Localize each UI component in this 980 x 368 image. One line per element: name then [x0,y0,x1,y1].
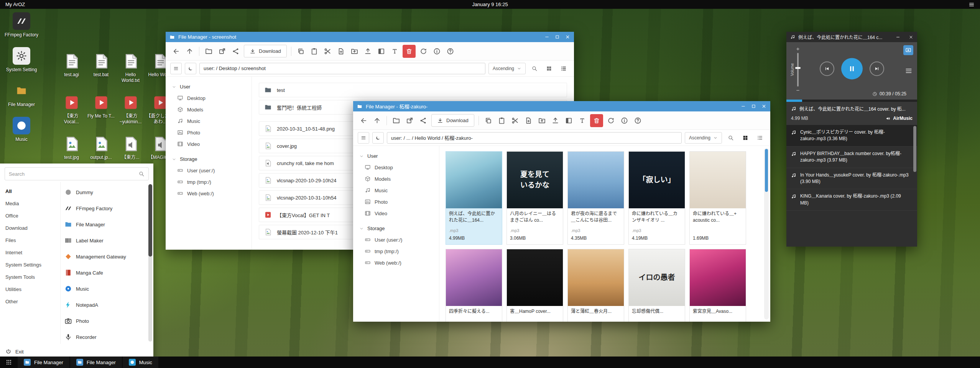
sort-dropdown[interactable]: Ascending [685,132,722,144]
aroz-brand[interactable]: My ArOZ [5,2,25,7]
refresh-button[interactable] [604,114,618,127]
desktop-shortcut[interactable]: System Setting [3,47,40,73]
app-item[interactable]: Manga Cafe [64,265,145,281]
output-device[interactable]: AirMusic [886,116,913,121]
address-bar[interactable]: user: / ... / Hello World / 柘榴-zakuro- [387,132,682,144]
scrollbar-thumb[interactable] [765,149,768,192]
sidebar-item[interactable]: Models [166,104,252,115]
sidebar-item[interactable]: Video [166,138,252,150]
volume-track[interactable] [797,53,799,87]
properties-button[interactable] [562,114,576,127]
upload-button[interactable] [361,45,375,58]
category-item[interactable]: Internet [0,246,60,258]
up-button[interactable] [183,45,196,58]
search-button[interactable] [529,63,540,74]
copy-button[interactable] [482,114,495,127]
file-tile[interactable]: 「寂しい」 命に嫌われている＿カンザキイオリ ... .mp3 4.19MB [628,151,685,245]
address-bar[interactable]: user: / Desktop / screenshot [199,63,485,74]
list-view-button[interactable] [558,63,569,74]
sidebar-item[interactable]: Photo [353,196,439,208]
sidebar-item[interactable]: User (user:/) [353,234,439,245]
cut-button[interactable] [508,114,522,127]
file-tile[interactable]: 害＿HamoP cover... [506,249,563,322]
playlist-item[interactable]: Cynic＿ポリスピカデリー cover. by 柘榴-zakuro-.mp3 … [786,125,917,147]
app-item[interactable]: Music [64,281,145,297]
up-button[interactable] [370,114,384,127]
sidebar-section-user[interactable]: User [166,81,252,92]
minimize-button[interactable] [544,34,549,39]
sidebar-item[interactable]: Music [353,185,439,196]
playlist-item[interactable]: In Your Hands＿yusukeP cover. by 柘榴-zakur… [786,168,917,190]
category-item[interactable]: Other [0,295,60,307]
cut-button[interactable] [321,45,334,58]
close-button[interactable] [761,104,766,109]
window-titlebar[interactable]: File Manager - screenshot [166,32,574,42]
minimize-button[interactable] [896,35,900,39]
playlist-item[interactable]: HAPPY BIRTHDAY＿back number cover. by柘榴-z… [786,147,917,168]
back-button[interactable] [169,45,183,58]
scrollbar-thumb[interactable] [913,126,916,172]
desktop-file[interactable]: test.bat [87,53,115,83]
taskbar-item[interactable]: Music [123,357,158,368]
airplay-button[interactable] [903,45,913,55]
category-item[interactable]: System Tools [0,271,60,283]
category-item[interactable]: Files [0,234,60,246]
grid-view-button[interactable] [543,63,555,74]
pause-button[interactable] [841,58,863,79]
sidebar-item[interactable]: Music [166,115,252,127]
file-tile[interactable]: 夏を見て いるかな 八月のレイニー＿はるまきごはん co... .mp3 3.0… [506,151,563,245]
volume-down-icon[interactable] [796,88,800,93]
sidebar-item[interactable]: Photo [166,127,252,138]
download-button[interactable]: Download [244,45,287,57]
desktop-file[interactable]: Fly Me To T... [87,94,115,125]
start-menu-scrollbar[interactable] [148,184,152,342]
darkmode-toggle-button[interactable] [372,132,384,144]
help-button[interactable] [631,114,645,127]
app-item[interactable]: Label Maker [64,232,145,249]
app-item[interactable]: Management Gateway [64,249,145,265]
file-tile[interactable]: 四季折々に擬える... [446,249,502,322]
desktop-file[interactable]: test.jpg [58,136,86,160]
sort-dropdown[interactable]: Ascending [488,63,526,74]
close-button[interactable] [565,34,570,39]
paste-button[interactable] [495,114,508,127]
scrollbar[interactable] [764,148,769,319]
darkmode-toggle-button[interactable] [185,63,196,74]
share-button[interactable] [416,114,430,127]
app-drawer-button[interactable] [0,357,18,368]
category-item[interactable]: Office [0,209,60,222]
sidebar-item[interactable]: tmp (tmp:/) [353,245,439,257]
category-item[interactable]: Media [0,197,60,209]
properties-button[interactable] [375,45,388,58]
open-in-new-button[interactable] [403,114,416,127]
sidebar-item[interactable]: tmp (tmp:/) [166,176,252,188]
new-file-button[interactable] [522,114,535,127]
next-button[interactable] [870,61,884,76]
category-item[interactable]: All [0,185,60,197]
sidebar-item[interactable]: Desktop [166,92,252,104]
desktop-shortcut[interactable]: File Manager [3,82,40,108]
sidebar-item[interactable]: Video [353,208,439,219]
previous-button[interactable] [820,61,834,76]
file-tile[interactable]: 薄と薄紅＿春火月... [567,249,624,322]
desktop-file[interactable]: output.jp... [87,136,115,160]
desktop-shortcut[interactable]: FFmpeg Factory [3,12,40,38]
desktop-shortcut[interactable]: Music [3,117,40,142]
app-item[interactable]: Dummy [64,184,145,200]
playlist-item[interactable]: KING＿Kanaria cover. by 柘榴-zakuro-.mp3 (2… [786,189,917,211]
maximize-button[interactable] [751,104,756,109]
sidebar-item[interactable]: User (user:/) [166,165,252,176]
taskbar-item[interactable]: File Manager [18,357,69,368]
upload-button[interactable] [549,114,562,127]
window-titlebar[interactable]: File Manager - 柘榴-zakuro- [353,101,770,111]
sidebar-item[interactable]: Web (web:/) [166,188,252,199]
delete-button[interactable] [403,45,416,58]
close-button[interactable] [909,35,913,39]
top-menu-icon[interactable] [968,2,975,8]
sidebar-toggle-button[interactable] [358,132,369,144]
sidebar-item[interactable]: Models [353,173,439,185]
maximize-button[interactable] [555,34,560,39]
file-tile[interactable]: 紫宮京見＿Avaso... [689,249,746,322]
taskbar-item[interactable]: File Manager [70,357,122,368]
file-row[interactable]: test [259,83,567,97]
